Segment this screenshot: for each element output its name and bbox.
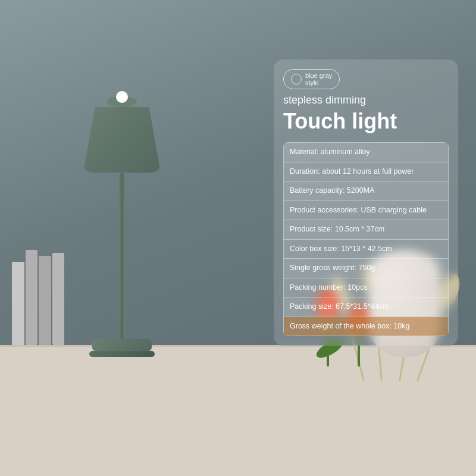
spec-row-3: Product accessories: USB charging cable	[284, 201, 449, 220]
lamp-top	[107, 96, 137, 107]
lamp-neck	[119, 173, 125, 339]
spec-row-5: Color box size: 15*13 * 42.5cm	[284, 239, 449, 259]
book-1	[12, 262, 24, 345]
spec-row-2: Battery capacity: 5200MA	[284, 181, 449, 201]
spec-cell-2: Battery capacity: 5200MA	[284, 181, 449, 201]
spec-cell-1: Duration: about 12 hours at full power	[284, 162, 449, 181]
book-2	[26, 250, 38, 345]
spec-row-7: Packing number: 10pcs	[284, 278, 449, 298]
style-badge: blue gray style	[283, 69, 340, 89]
lamp-base	[92, 339, 152, 351]
spec-cell-8: Packing size: 67.5*31.5*44cm	[284, 298, 449, 317]
spec-cell-0: Material: aluminum alloy	[284, 143, 449, 162]
spec-cell-3: Product accessories: USB charging cable	[284, 201, 449, 220]
product-title: Touch light	[283, 109, 449, 134]
spec-row-9: Gross weight of the whole box: 10kg	[284, 317, 449, 336]
spec-row-4: Product size: 10.5cm * 37cm	[284, 220, 449, 240]
spec-cell-5: Color box size: 15*13 * 42.5cm	[284, 239, 449, 259]
spec-row-0: Material: aluminum alloy	[284, 143, 449, 162]
spec-cell-9: Gross weight of the whole box: 10kg	[284, 317, 449, 336]
spec-row-6: Single gross weight: 750g	[284, 259, 449, 278]
spec-cell-7: Packing number: 10pcs	[284, 278, 449, 298]
spec-row-1: Duration: about 12 hours at full power	[284, 162, 449, 181]
spec-cell-4: Product size: 10.5cm * 37cm	[284, 220, 449, 240]
table-lamp	[83, 96, 161, 357]
spec-row-8: Packing size: 67.5*31.5*44cm	[284, 298, 449, 317]
book-4	[52, 253, 65, 345]
lamp-shade	[83, 107, 161, 173]
style-badge-label: blue gray style	[305, 72, 332, 86]
lamp-base-bottom	[89, 351, 155, 357]
book-3	[39, 256, 51, 345]
books-decoration	[12, 226, 65, 345]
spec-cell-6: Single gross weight: 750g	[284, 259, 449, 278]
info-card: blue gray style stepless dimming Touch l…	[274, 60, 458, 346]
specs-table: Material: aluminum alloyDuration: about …	[283, 142, 449, 336]
product-subtitle: stepless dimming	[283, 94, 449, 107]
lamp-touch-button	[116, 91, 128, 103]
